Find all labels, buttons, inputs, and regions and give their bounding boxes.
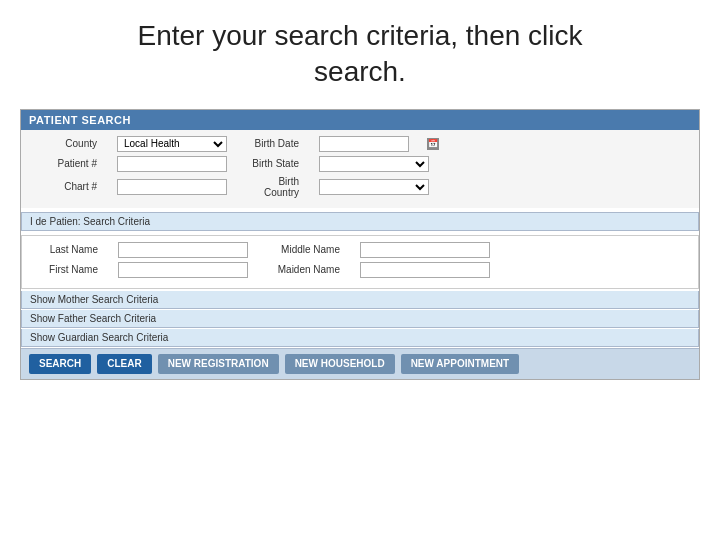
guardian-criteria-bar[interactable]: Show Guardian Search Criteria — [21, 329, 699, 347]
county-label: County — [31, 138, 101, 149]
maiden-name-input[interactable] — [360, 262, 490, 278]
first-name-input[interactable] — [118, 262, 248, 278]
panel-body: County Local Health Birth Date 📅 Patient… — [21, 130, 699, 208]
patient-label: Patient # — [31, 158, 101, 169]
middle-name-input[interactable] — [360, 242, 490, 258]
patient-row: Patient # Birth State — [31, 156, 689, 172]
button-bar: SEARCH CLEAR NEW REGISTRATION NEW HOUSEH… — [21, 348, 699, 379]
last-name-row: Last Name Middle Name — [32, 242, 688, 258]
last-name-input[interactable] — [118, 242, 248, 258]
father-criteria-bar[interactable]: Show Father Search Criteria — [21, 310, 699, 328]
id-section-bar[interactable]: I de Patien: Search Criteria — [21, 212, 699, 231]
birth-country-label: Birth Country — [243, 176, 303, 198]
heading-line2: search. — [314, 56, 406, 87]
new-appointment-button[interactable]: NEW APPOINTMENT — [401, 354, 520, 374]
mother-criteria-bar[interactable]: Show Mother Search Criteria — [21, 291, 699, 309]
chart-input[interactable] — [117, 179, 227, 195]
first-name-label: First Name — [32, 264, 102, 275]
patient-input[interactable] — [117, 156, 227, 172]
id-section: Last Name Middle Name First Name Maiden … — [21, 235, 699, 289]
maiden-name-label: Maiden Name — [264, 264, 344, 275]
chart-label: Chart # — [31, 181, 101, 192]
heading-line1: Enter your search criteria, then click — [137, 20, 582, 51]
birth-state-label: Birth State — [243, 158, 303, 169]
page-container: Enter your search criteria, then click s… — [0, 0, 720, 540]
mother-criteria-label: Show Mother Search Criteria — [30, 294, 158, 305]
new-household-button[interactable]: NEW HOUSEHOLD — [285, 354, 395, 374]
panel-title: PATIENT SEARCH — [29, 114, 131, 126]
main-heading: Enter your search criteria, then click s… — [137, 18, 582, 91]
id-section-title: I de Patien: Search Criteria — [30, 216, 150, 227]
father-criteria-label: Show Father Search Criteria — [30, 313, 156, 324]
clear-button[interactable]: CLEAR — [97, 354, 151, 374]
county-row: County Local Health Birth Date 📅 — [31, 136, 689, 152]
birth-date-input[interactable] — [319, 136, 409, 152]
birth-date-label: Birth Date — [243, 138, 303, 149]
county-select[interactable]: Local Health — [117, 136, 227, 152]
birth-state-select[interactable] — [319, 156, 429, 172]
middle-name-label: Middle Name — [264, 244, 344, 255]
first-name-row: First Name Maiden Name — [32, 262, 688, 278]
calendar-icon[interactable]: 📅 — [427, 138, 439, 150]
last-name-label: Last Name — [32, 244, 102, 255]
patient-search-panel: PATIENT SEARCH County Local Health Birth… — [20, 109, 700, 380]
birth-country-select[interactable] — [319, 179, 429, 195]
search-button[interactable]: SEARCH — [29, 354, 91, 374]
new-registration-button[interactable]: NEW REGISTRATION — [158, 354, 279, 374]
chart-row: Chart # Birth Country — [31, 176, 689, 198]
guardian-criteria-label: Show Guardian Search Criteria — [30, 332, 168, 343]
panel-header: PATIENT SEARCH — [21, 110, 699, 130]
